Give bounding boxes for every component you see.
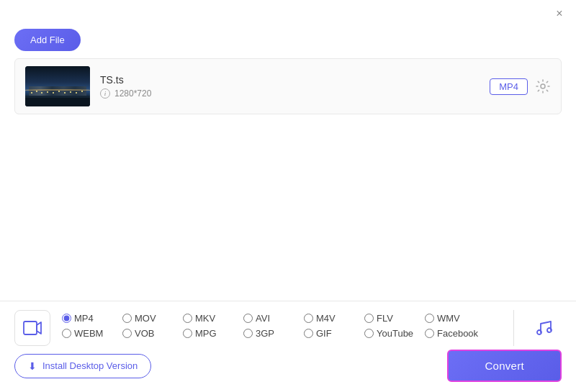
format-3gp[interactable]: 3GP [243,328,301,339]
format-mov[interactable]: MOV [122,313,180,324]
file-list: TS.ts i 1280*720 MP4 [14,58,562,114]
file-info: TS.ts i 1280*720 [100,74,480,99]
format-options: MP4 MOV MKV AVI M4V FLV WM [62,313,502,343]
format-facebook[interactable]: Facebook [425,328,482,339]
divider [513,310,514,346]
audio-format-icon-box[interactable] [526,310,562,346]
format-webm[interactable]: WEBM [62,328,120,339]
settings-icon[interactable] [535,78,551,94]
convert-button[interactable]: Convert [447,350,562,382]
file-meta: i 1280*720 [100,88,480,99]
format-avi[interactable]: AVI [243,313,301,324]
format-mpg[interactable]: MPG [183,328,240,339]
download-icon: ⬇ [28,360,37,372]
format-mkv[interactable]: MKV [183,313,240,324]
format-badge[interactable]: MP4 [490,78,528,95]
format-row-1: MP4 MOV MKV AVI M4V FLV WM [62,313,502,324]
close-button[interactable]: × [553,7,566,20]
file-thumbnail [25,66,90,106]
file-name: TS.ts [100,74,480,86]
title-bar: × [0,0,576,24]
svg-rect-1 [24,322,37,334]
info-icon: i [100,88,110,99]
video-format-icon-box[interactable] [14,310,50,346]
add-file-button[interactable]: Add File [14,29,81,51]
format-m4v[interactable]: M4V [304,313,361,324]
file-actions: MP4 [490,78,551,95]
bottom-bar: ⬇ Install Desktop Version Convert [0,342,576,392]
svg-point-0 [541,84,545,88]
format-youtube[interactable]: YouTube [364,328,422,339]
content-area [0,114,576,273]
toolbar: Add File [0,24,576,58]
file-resolution: 1280*720 [114,88,151,99]
format-gif[interactable]: GIF [304,328,361,339]
format-mp4[interactable]: MP4 [62,313,120,324]
format-flv[interactable]: FLV [364,313,422,324]
install-desktop-button[interactable]: ⬇ Install Desktop Version [14,354,151,378]
format-wmv[interactable]: WMV [425,313,482,324]
format-vob[interactable]: VOB [122,328,180,339]
format-row-2: WEBM VOB MPG 3GP GIF YouTube [62,328,502,339]
install-label: Install Desktop Version [42,360,138,371]
file-item: TS.ts i 1280*720 MP4 [15,59,561,114]
